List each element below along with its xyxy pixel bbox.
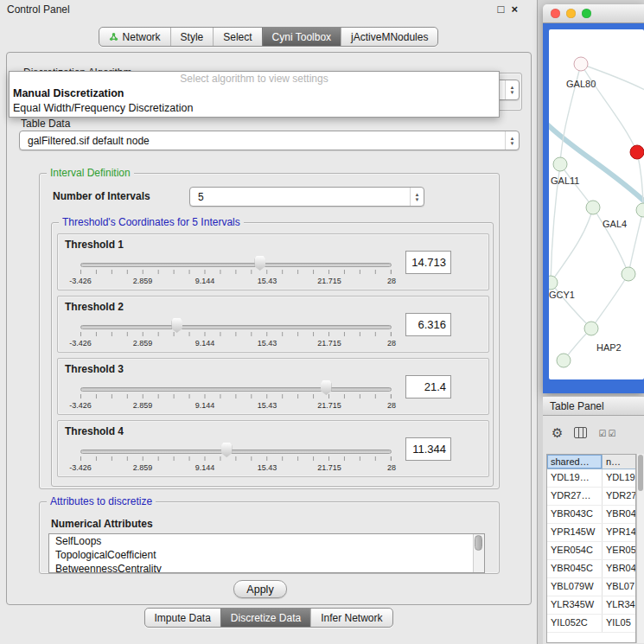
threshold-3-slider[interactable]: -3.4262.8599.14415.4321.71528 bbox=[80, 379, 392, 414]
table-cell-shared-name: YBL079W bbox=[547, 578, 603, 596]
tab-network[interactable]: Network bbox=[99, 28, 170, 46]
slider-tick-label: 2.859 bbox=[133, 339, 153, 348]
tab-infer-network[interactable]: Infer Network bbox=[310, 609, 392, 627]
column-header-1[interactable]: shared… bbox=[547, 455, 603, 469]
network-edge[interactable] bbox=[560, 164, 593, 207]
checkbox-icon: ☑ bbox=[608, 429, 615, 438]
thresholds-group-title: Threshold's Coordinates for 5 Intervals bbox=[59, 216, 244, 228]
slider-thumb[interactable] bbox=[221, 443, 233, 457]
network-node-red[interactable] bbox=[630, 145, 644, 159]
slider-ticks bbox=[80, 332, 392, 336]
tab-style[interactable]: Style bbox=[170, 28, 214, 46]
attribute-item-selfloops[interactable]: SelfLoops bbox=[49, 534, 484, 548]
number-of-intervals-combo[interactable]: 5 ▲ ▼ bbox=[189, 187, 424, 207]
network-node-plain[interactable] bbox=[557, 354, 571, 367]
tab-label: Infer Network bbox=[321, 612, 382, 624]
app-screen: Control Panel □ × NetworkStyleSelectCyni… bbox=[0, 0, 644, 644]
table-row[interactable]: YDL19…YDL19 bbox=[547, 469, 635, 488]
zoom-traffic-light[interactable] bbox=[582, 9, 591, 18]
threshold-1-slider[interactable]: -3.4262.8599.14415.4321.71528 bbox=[80, 255, 392, 290]
threshold-label: Threshold 1 bbox=[65, 239, 124, 251]
attribute-item-topologicalcoefficient[interactable]: TopologicalCoefficient bbox=[49, 548, 484, 562]
slider-track bbox=[80, 450, 392, 454]
tab-jactivemnodules[interactable]: jActiveMNodules bbox=[341, 28, 437, 46]
network-edge[interactable] bbox=[581, 64, 637, 152]
table-data-label: Table Data bbox=[21, 118, 70, 130]
network-edge[interactable] bbox=[551, 207, 593, 283]
gear-icon[interactable]: ⚙ bbox=[552, 426, 563, 439]
network-canvas[interactable]: GAL80GAL11GAL4GCY1HAP2 bbox=[549, 29, 644, 379]
columns-icon[interactable] bbox=[574, 427, 587, 438]
column-header-2[interactable]: n… bbox=[603, 455, 635, 469]
slider-ticks bbox=[80, 456, 392, 461]
network-node-plain[interactable] bbox=[586, 201, 600, 214]
slider-tick-label: 28 bbox=[387, 401, 396, 410]
slider-track bbox=[80, 387, 392, 392]
apply-button[interactable]: Apply bbox=[233, 580, 287, 598]
network-node-plain[interactable] bbox=[549, 276, 558, 290]
table-row[interactable]: YLR345WYLR34 bbox=[547, 596, 635, 615]
table-panel: ⚙ ☑☑ shared…n… YDL19…YDL19YDR27…YDR27YBR… bbox=[543, 416, 644, 644]
tab-cyni-toolbox[interactable]: Cyni Toolbox bbox=[262, 28, 341, 46]
slider-tick-labels: -3.4262.8599.14415.4321.71528 bbox=[80, 463, 392, 474]
table-row[interactable]: YDR27…YDR27 bbox=[547, 488, 635, 506]
tab-select[interactable]: Select bbox=[213, 28, 261, 46]
close-traffic-light[interactable] bbox=[551, 9, 560, 18]
minimize-traffic-light[interactable] bbox=[566, 9, 576, 18]
tab-discretize-data[interactable]: Discretize Data bbox=[220, 609, 310, 627]
float-window-icon[interactable]: □ bbox=[498, 3, 505, 16]
network-edge[interactable] bbox=[593, 207, 628, 274]
table-row[interactable]: YER054CYER05 bbox=[547, 542, 635, 560]
node-table: shared…n… YDL19…YDL19YDR27…YDR27YBR043CY… bbox=[546, 454, 636, 643]
network-window-titlebar[interactable] bbox=[543, 4, 644, 23]
table-row[interactable]: YIL052CYIL05 bbox=[547, 615, 635, 633]
table-row[interactable]: YBL079WYBL07 bbox=[547, 578, 635, 596]
table-row[interactable]: YPR145WYPR14 bbox=[547, 524, 635, 542]
column-visibility-icons[interactable]: ☑☑ bbox=[598, 424, 617, 440]
slider-tick-labels: -3.4262.8599.14415.4321.71528 bbox=[80, 277, 392, 287]
threshold-label: Threshold 3 bbox=[65, 363, 124, 375]
table-row[interactable]: YBR045CYBR04 bbox=[547, 560, 635, 578]
close-window-icon[interactable]: × bbox=[511, 3, 518, 16]
threshold-2-value-field[interactable]: 6.316 bbox=[405, 313, 451, 336]
tab-label: Network bbox=[123, 31, 161, 43]
scrollbar-thumb[interactable] bbox=[638, 455, 643, 491]
slider-tick-label: 28 bbox=[387, 339, 396, 348]
slider-thumb[interactable] bbox=[171, 318, 182, 333]
tab-label: jActiveMNodules bbox=[351, 31, 428, 43]
checkbox-icon: ☑ bbox=[598, 429, 606, 438]
slider-tick-labels: -3.4262.8599.14415.4321.71528 bbox=[80, 339, 392, 349]
algorithm-option-manual-discretization[interactable]: Manual Discretization bbox=[10, 86, 499, 101]
tab-impute-data[interactable]: Impute Data bbox=[144, 609, 220, 627]
threshold-4-value-field[interactable]: 11.344 bbox=[405, 437, 451, 461]
threshold-1-value-field[interactable]: 14.713 bbox=[405, 251, 451, 274]
slider-thumb[interactable] bbox=[321, 380, 332, 395]
scrollbar-thumb[interactable] bbox=[475, 535, 482, 551]
network-node-plain[interactable] bbox=[584, 322, 598, 335]
algorithm-option-equal-width-frequency-discretization[interactable]: Equal Width/Frequency Discretization bbox=[10, 101, 499, 116]
attribute-item-betweennesscentrality[interactable]: BetweennessCentrality bbox=[49, 562, 484, 573]
attributes-to-discretize-group: Attributes to discretize Numerical Attri… bbox=[39, 501, 500, 574]
slider-tick-label: 21.715 bbox=[317, 463, 341, 472]
network-node-plain[interactable] bbox=[622, 267, 635, 281]
table-vertical-scrollbar[interactable] bbox=[636, 454, 644, 643]
network-tab-icon bbox=[109, 32, 118, 41]
threshold-4-slider[interactable]: -3.4262.8599.14415.4321.71528 bbox=[80, 442, 392, 476]
slider-thumb[interactable] bbox=[254, 256, 265, 271]
network-edge[interactable] bbox=[591, 274, 628, 328]
table-data-combo[interactable]: galFiltered.sif default node ▲ ▼ bbox=[19, 131, 520, 150]
network-node-plain[interactable] bbox=[553, 157, 567, 171]
bottom-tab-bar: Impute DataDiscretize DataInfer Network bbox=[143, 608, 392, 628]
slider-tick-label: 28 bbox=[387, 463, 396, 472]
network-node-pink[interactable] bbox=[574, 57, 588, 71]
interval-definition-group: Interval Definition Number of Intervals … bbox=[39, 173, 500, 489]
threshold-3-value-field[interactable]: 21.4 bbox=[405, 375, 451, 399]
table-row[interactable]: YBR043CYBR04 bbox=[547, 506, 635, 524]
list-scrollbar[interactable] bbox=[473, 534, 484, 572]
network-node-plain[interactable] bbox=[636, 203, 644, 217]
numerical-attributes-list[interactable]: SelfLoopsTopologicalCoefficientBetweenne… bbox=[48, 533, 485, 573]
slider-tick-label: -3.426 bbox=[69, 339, 92, 348]
threshold-2-slider[interactable]: -3.4262.8599.14415.4321.71528 bbox=[80, 317, 392, 352]
network-edge[interactable] bbox=[628, 210, 643, 274]
slider-tick-label: 2.859 bbox=[133, 463, 153, 472]
